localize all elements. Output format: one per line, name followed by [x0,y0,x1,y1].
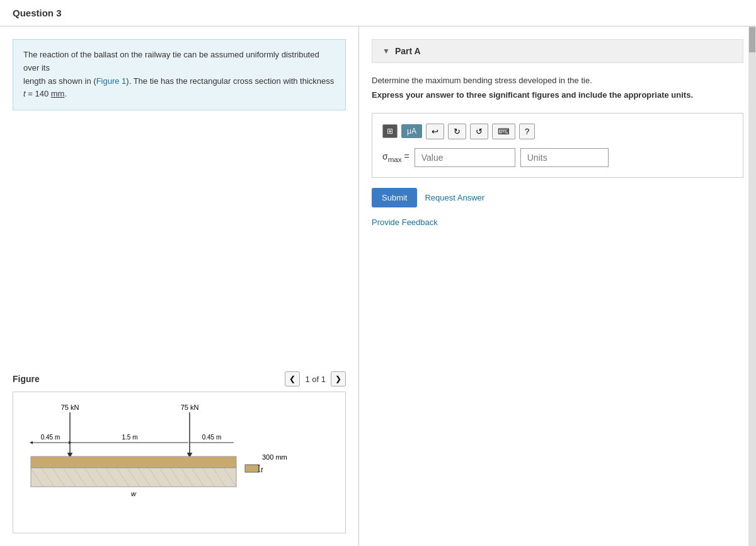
svg-text:75 kN: 75 kN [181,404,199,411]
figure-nav-text: 1 of 1 [305,375,326,384]
svg-text:0.45 m: 0.45 m [41,434,60,441]
answer-box: ⊞ μΑ ↩ ↻ ↺ ⌨ [372,113,743,178]
refresh-btn[interactable]: ↺ [470,124,488,139]
help-btn[interactable]: ? [519,124,535,139]
submit-btn[interactable]: Submit [372,188,417,207]
svg-rect-33 [245,465,259,472]
question-text-line4: t = 140 mm. [23,89,67,98]
provide-feedback-link[interactable]: Provide Feedback [372,218,438,227]
page-container: Question 3 The reaction of the ballast o… [0,0,756,546]
part-a-arrow-icon: ▼ [382,47,390,55]
figure-prev-btn[interactable]: ❮ [285,371,300,386]
instruction2: Express your answer to three significant… [372,90,693,100]
matrix-btn[interactable]: ⊞ [382,124,398,138]
units-input[interactable] [520,148,609,167]
question-text-line2: length as shown in ( [23,76,96,86]
instruction1: Determine the maximum bending stress dev… [372,73,743,88]
main-layout: The reaction of the ballast on the railw… [0,26,756,546]
svg-rect-10 [31,456,236,468]
action-row: Submit Request Answer [372,188,743,207]
matrix-icon: ⊞ [387,127,393,136]
question-text-line3: ). The tie has the rectangular cross sec… [126,76,334,86]
toolbar: ⊞ μΑ ↩ ↻ ↺ ⌨ [382,124,733,139]
question-title: Question 3 [13,8,62,18]
request-answer-link[interactable]: Request Answer [425,193,484,202]
figure-title: Figure [13,374,40,384]
svg-text:75 kN: 75 kN [61,404,79,411]
redo-btn[interactable]: ↻ [448,124,466,139]
svg-text:w: w [131,490,137,497]
question-instructions: Determine the maximum bending stress dev… [372,73,743,103]
question-text-line1: The reaction of the ballast on the railw… [23,50,319,73]
part-a-header: ▼ Part A [372,39,743,63]
keyboard-btn[interactable]: ⌨ [492,124,515,139]
scrollbar[interactable] [748,26,756,546]
figure-link[interactable]: Figure 1 [96,76,127,86]
svg-text:0.45 m: 0.45 m [202,434,222,441]
figure-nav: ❮ 1 of 1 ❯ [285,371,346,386]
undo-icon: ↩ [432,127,438,136]
redo-icon: ↻ [454,127,461,136]
svg-text:1.5 m: 1.5 m [122,434,137,441]
sigma-label: σmax = [382,151,410,163]
figure-next-btn[interactable]: ❯ [331,371,346,386]
help-icon: ? [525,127,529,136]
figure-section: Figure ❮ 1 of 1 ❯ 75 kN [13,371,346,533]
question-header: Question 3 [0,0,756,26]
svg-text:t: t [261,466,263,473]
answer-row: σmax = [382,148,733,167]
undo-btn[interactable]: ↩ [426,124,444,139]
mu-btn[interactable]: μΑ [401,124,422,138]
question-text-box: The reaction of the ballast on the railw… [13,39,346,110]
refresh-icon: ↺ [476,127,483,136]
diagram-svg: 75 kN 75 kN 0.45 m [20,398,346,525]
right-panel: ▼ Part A Determine the maximum bending s… [359,26,756,546]
part-a-title: Part A [395,46,421,56]
scrollbar-thumb[interactable] [749,27,755,52]
keyboard-icon: ⌨ [498,127,510,136]
svg-text:300 mm: 300 mm [262,453,287,461]
figure-header: Figure ❮ 1 of 1 ❯ [13,371,346,386]
value-input[interactable] [415,148,515,167]
mu-icon: μΑ [407,127,416,136]
left-panel: The reaction of the ballast on the railw… [0,26,359,546]
figure-content: 75 kN 75 kN 0.45 m [13,392,346,533]
